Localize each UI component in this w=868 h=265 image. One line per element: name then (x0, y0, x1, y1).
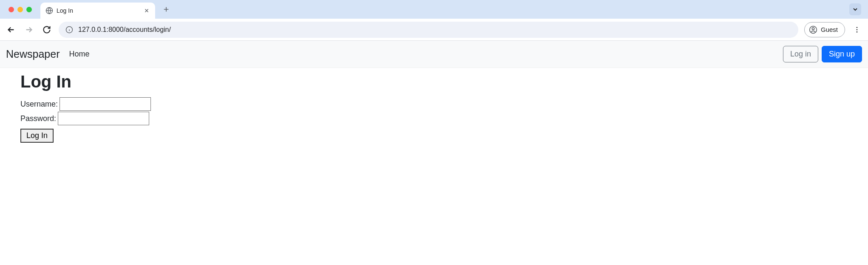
tab-bar: Log In (0, 0, 868, 19)
window-minimize-button[interactable] (17, 7, 23, 12)
tab-close-button[interactable] (143, 7, 150, 14)
nav-link-home[interactable]: Home (69, 50, 89, 59)
address-bar[interactable]: 127.0.0.1:8000/accounts/login/ (59, 22, 798, 38)
new-tab-button[interactable] (160, 3, 172, 15)
username-input[interactable] (60, 97, 151, 111)
page-content: Log In Username: Password: Log In (0, 68, 868, 147)
signup-button[interactable]: Sign up (822, 46, 862, 62)
login-button[interactable]: Log in (783, 46, 818, 62)
browser-tab[interactable]: Log In (40, 3, 155, 19)
person-icon (809, 25, 817, 34)
site-navbar: Newspaper Home Log in Sign up (0, 41, 868, 68)
forward-button[interactable] (23, 24, 35, 36)
window-maximize-button[interactable] (26, 7, 32, 12)
password-input[interactable] (58, 112, 149, 125)
tabs-dropdown-button[interactable] (849, 3, 861, 15)
tab-title: Log In (57, 7, 140, 14)
profile-label: Guest (821, 26, 838, 33)
svg-point-4 (857, 27, 858, 28)
browser-toolbar: 127.0.0.1:8000/accounts/login/ Guest (0, 19, 868, 41)
site-info-icon[interactable] (65, 26, 73, 34)
window-close-button[interactable] (9, 7, 14, 12)
svg-point-5 (857, 29, 858, 30)
svg-point-6 (857, 31, 858, 32)
page.password_label: Password: (20, 114, 56, 123)
browser-menu-button[interactable] (851, 24, 863, 36)
page-title: Log In (20, 72, 848, 91)
profile-button[interactable]: Guest (804, 22, 845, 37)
username-row: Username: (20, 97, 848, 111)
url-text: 127.0.0.1:8000/accounts/login/ (78, 26, 171, 34)
navbar-brand[interactable]: Newspaper (6, 48, 60, 60)
window-controls (9, 7, 32, 12)
reload-button[interactable] (41, 24, 53, 36)
password-row: Password: (20, 112, 848, 125)
browser-chrome: Log In (0, 0, 868, 41)
svg-point-3 (812, 27, 814, 29)
username-label: Username: (20, 100, 58, 109)
back-button[interactable] (5, 24, 17, 36)
globe-icon (45, 7, 53, 14)
submit-login-button[interactable]: Log In (20, 129, 54, 143)
